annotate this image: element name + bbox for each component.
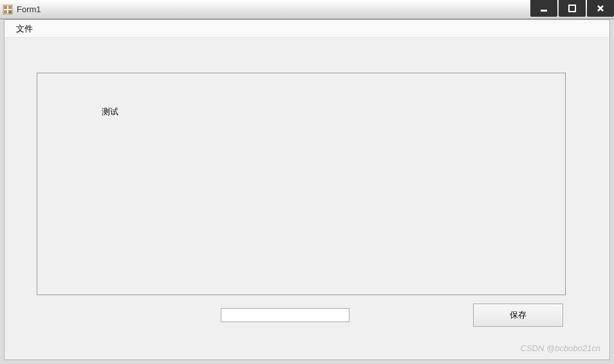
svg-rect-1	[4, 6, 7, 9]
window-controls	[529, 0, 614, 17]
client-area: 测试 保存 CSDN @bcbobo21cn	[5, 38, 609, 359]
main-panel: 测试	[37, 73, 566, 295]
maximize-button[interactable]	[559, 0, 586, 17]
svg-rect-6	[569, 5, 575, 12]
svg-rect-4	[8, 10, 12, 14]
titlebar[interactable]: Form1	[0, 0, 614, 19]
text-input[interactable]	[221, 308, 349, 322]
close-button[interactable]	[587, 0, 614, 17]
save-button[interactable]: 保存	[473, 304, 563, 327]
panel-label: 测试	[102, 106, 118, 118]
window-title: Form1	[17, 5, 41, 14]
menubar: 文件	[5, 20, 609, 38]
app-icon	[3, 5, 13, 15]
svg-rect-3	[4, 10, 7, 14]
minimize-button[interactable]	[530, 0, 557, 17]
menu-file[interactable]: 文件	[10, 21, 39, 37]
watermark: CSDN @bcbobo21cn	[521, 343, 600, 353]
window-body: 文件 测试 保存 CSDN @bcbobo21cn	[0, 19, 614, 364]
svg-rect-2	[8, 6, 12, 9]
svg-rect-5	[541, 10, 547, 12]
window-inner: 文件 测试 保存 CSDN @bcbobo21cn	[4, 19, 610, 360]
